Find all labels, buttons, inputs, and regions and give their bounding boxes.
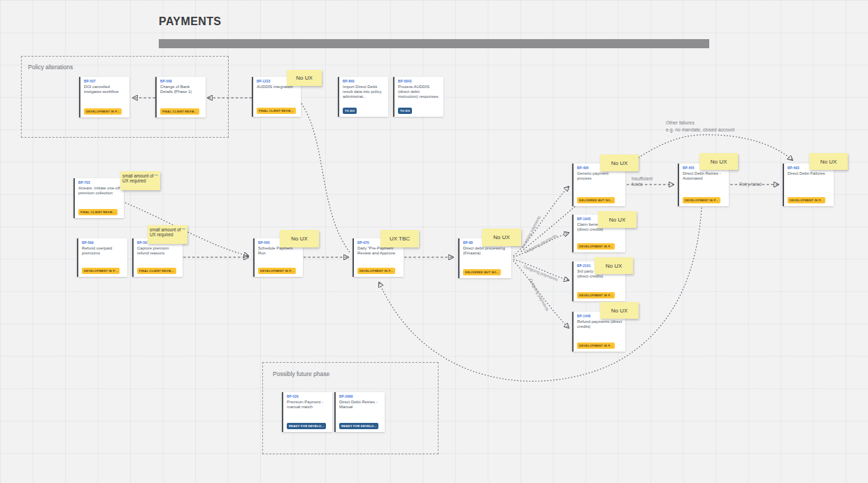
card-doi-cancelled[interactable]: BP-507 DOI cancelled instigates workflow… — [79, 77, 129, 117]
card-title: Direct debit processing (Finastra) — [463, 246, 508, 256]
card-arrears-one-off-collection[interactable]: BP-703 Arrears: initiate one-off premium… — [73, 178, 124, 218]
card-title: Process AUDDIS (direct debit instruction… — [398, 85, 441, 100]
status-badge: DEVELOPMENT IN P... — [84, 108, 122, 115]
whiteboard-canvas: PAYMENTS Policy alterations Possibly fut… — [0, 0, 868, 483]
card-title: Refund overpaid premiums — [82, 246, 124, 256]
sticky-no-ux[interactable]: No UX — [482, 229, 521, 246]
sticky-no-ux[interactable]: No UX — [595, 257, 633, 274]
card-title: Change of Bank Details (Phase 1) — [160, 85, 203, 94]
note-retry-failed[interactable]: Retry failed — [739, 181, 762, 188]
frame-policy-label[interactable]: Policy alterations — [28, 64, 73, 71]
card-refund-overpaid-premiums[interactable]: BP-599 Refund overpaid premiums DEVELOPM… — [77, 238, 127, 277]
sticky-no-ux[interactable]: No UX — [809, 153, 848, 170]
sticky-ux-tbc[interactable]: UX TBC — [380, 230, 419, 247]
card-id: BP-860 — [343, 80, 385, 83]
status-badge: TO DO — [343, 108, 357, 114]
card-title: DOI cancelled instigates workflow — [84, 85, 127, 94]
status-badge: READY FOR DEVELO... — [287, 423, 326, 429]
card-capture-refund-reasons[interactable]: BP-567 Capture premium refund reasons FI… — [132, 238, 183, 277]
card-dd-retries-automated[interactable]: BP-455 Direct Debit Retries - Automated … — [678, 164, 729, 206]
card-premium-payment-manual-match[interactable]: BP-529 Premium Payment - manual match RE… — [282, 392, 332, 432]
card-id: BP-5843 — [398, 80, 441, 83]
status-badge: DELIVERED BUT NO... — [463, 269, 501, 275]
sticky-no-ux[interactable]: No UX — [600, 154, 639, 171]
status-badge: FINAL CLIENT REVIE... — [257, 108, 296, 114]
status-badge: FINAL CLIENT REVIE... — [137, 268, 176, 274]
card-title: Refund payments (direct credits) — [577, 319, 622, 329]
status-badge: DEVELOPMENT IN P... — [577, 292, 615, 298]
status-badge: DEVELOPMENT IN P... — [357, 268, 395, 274]
note-insufficient-funds[interactable]: Insufficient funds — [632, 176, 661, 187]
status-badge: READY FOR DEVELO... — [339, 423, 378, 429]
link-arrow-icon: → — [154, 172, 159, 177]
status-badge: DEVELOPMENT IN P... — [82, 268, 120, 274]
sticky-no-ux[interactable]: No UX — [287, 70, 322, 86]
status-badge: DEVELOPMENT IN P... — [258, 268, 296, 274]
card-title: Premium Payment - manual match — [287, 400, 329, 410]
card-title: Schedule Payment Run — [258, 246, 300, 256]
card-change-of-bank-details[interactable]: BP-568 Change of Bank Details (Phase 1) … — [155, 77, 206, 117]
card-title: Capture premium refund reasons — [137, 246, 180, 256]
card-id: BP-2689 — [339, 395, 382, 398]
status-badge: TO DO — [398, 108, 412, 114]
card-title: Direct Debit Failures — [788, 171, 831, 176]
card-id: BP-507 — [84, 80, 127, 83]
link-arrow-icon: → — [181, 226, 187, 231]
sticky-no-ux[interactable]: No UX — [280, 230, 319, 247]
sticky-no-ux[interactable]: No UX — [699, 153, 738, 170]
card-title: Import Direct Debit result data into pol… — [343, 85, 385, 100]
card-title: Generic payment process — [577, 171, 622, 181]
sticky-small-ux[interactable]: small amount of UX required → — [148, 225, 187, 244]
card-id: BP-703 — [78, 181, 121, 185]
status-badge: FINAL CLIENT REVIE... — [78, 209, 118, 215]
status-badge: DEVELOPMENT IN P... — [683, 197, 720, 203]
card-id: BP-529 — [287, 395, 329, 398]
note-line: Other failures — [666, 120, 734, 127]
header-bar-shape[interactable] — [159, 39, 709, 48]
card-id: BP-599 — [82, 241, 124, 245]
card-title: Daily "Pre-Payment" Review and Approve — [357, 246, 401, 256]
note-other-failures[interactable]: Other failures e.g. no mandate, closed a… — [666, 120, 734, 133]
sticky-small-ux[interactable]: small amount of UX required → — [120, 171, 160, 190]
card-dd-retries-manual[interactable]: BP-2689 Direct Debit Retries - Manual RE… — [334, 392, 385, 432]
card-title: Direct Debit Retries - Manual — [339, 400, 382, 410]
card-title: Direct Debit Retries - Automated — [683, 171, 726, 181]
status-badge: FINAL CLIENT REVIE... — [160, 108, 199, 115]
sticky-no-ux[interactable]: No UX — [598, 211, 636, 228]
card-process-auddis-responses[interactable]: BP-5843 Process AUDDIS (direct debit ins… — [393, 77, 443, 117]
status-badge: DEVELOPMENT IN P... — [577, 243, 615, 250]
card-title: Arrears: initiate one-off premium collec… — [78, 186, 121, 196]
status-badge: DEVELOPMENT IN P... — [577, 343, 615, 349]
card-id: BP-568 — [160, 80, 203, 83]
status-badge: DEVELOPMENT IN P... — [788, 197, 825, 203]
frame-future-label[interactable]: Possibly future phase — [273, 370, 329, 377]
note-line: e.g. no mandate, closed account — [666, 127, 734, 134]
board-title[interactable]: PAYMENTS — [159, 15, 221, 28]
status-badge: DELIVERED BUT NO... — [577, 197, 615, 203]
card-direct-debit-failures[interactable]: BP-493 Direct Debit Failures DEVELOPMENT… — [783, 164, 834, 206]
card-import-direct-debit-result[interactable]: BP-860 Import Direct Debit result data i… — [338, 77, 388, 117]
sticky-no-ux[interactable]: No UX — [600, 302, 639, 319]
